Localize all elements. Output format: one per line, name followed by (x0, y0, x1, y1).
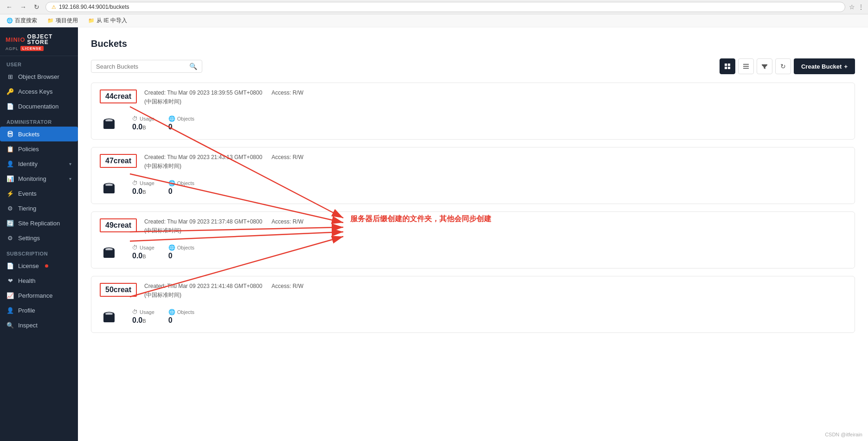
svg-rect-4 (743, 64, 749, 65)
svg-rect-3 (728, 67, 730, 69)
sidebar-item-buckets[interactable]: Buckets (0, 127, 78, 141)
admin-section-label: Administrator (0, 114, 78, 127)
stat-objects-label: 🌐 Objects (168, 180, 194, 186)
sidebar-item-object-browser[interactable]: ⊞ Object Browser (0, 69, 78, 84)
create-bucket-button[interactable]: Create Bucket + (794, 58, 855, 74)
settings-icon: ⚙ (6, 234, 14, 242)
sidebar-item-tiering[interactable]: ⚙ Tiering (0, 201, 78, 216)
refresh-button[interactable]: ↻ (32, 2, 42, 12)
identity-icon: 👤 (6, 160, 14, 167)
toolbar: 🔍 ↻ Create Buck (91, 58, 855, 74)
menu-icon[interactable]: ⋮ (858, 3, 864, 11)
sidebar-item-inspect[interactable]: 🔍 Inspect (0, 318, 78, 332)
sidebar-item-performance[interactable]: 📈 Performance (0, 288, 78, 303)
url-text: 192.168.90.44:9001/buckets (59, 4, 129, 10)
toolbar-right: ↻ Create Bucket + (720, 58, 855, 74)
sidebar-logo: MINIO OBJECT STORE AGPL LICENSE (0, 27, 78, 56)
bookmark-project[interactable]: 📁 项目使用 (45, 16, 81, 26)
bucket-card-50creat[interactable]: 50creat Created: Thu Mar 09 2023 21:41:4… (91, 276, 855, 333)
policies-icon: 📋 (6, 145, 14, 153)
health-icon: ❤ (6, 277, 14, 284)
bucket-access-44creat: Access: R/W (271, 89, 303, 96)
bucket-card-47creat[interactable]: 47creat Created: Thu Mar 09 2023 21:43:1… (91, 147, 855, 204)
stat-usage: ⏱ Usage 0.0B (132, 115, 154, 131)
star-icon[interactable]: ☆ (849, 3, 855, 11)
grid-view-button[interactable] (720, 58, 735, 74)
bucket-card-44creat[interactable]: 44creat Created: Thu Mar 09 2023 18:39:5… (91, 83, 855, 140)
stat-usage-label: ⏱ Usage (132, 180, 154, 186)
identity-arrow-icon: ▾ (69, 161, 71, 166)
stat-usage: ⏱ Usage 0.0B (132, 244, 154, 260)
stat-objects-value: 0 (168, 123, 173, 131)
bucket-timezone-49creat: (中国标准时间) (144, 227, 181, 234)
sidebar-item-profile[interactable]: 👤 Profile (0, 303, 78, 318)
stat-usage-label: ⏱ Usage (132, 115, 154, 122)
ie-label: 从 IE 中导入 (96, 17, 127, 25)
sidebar-item-health[interactable]: ❤ Health (0, 273, 78, 288)
bookmark-ie[interactable]: 📁 从 IE 中导入 (85, 16, 130, 26)
sidebar-label-settings: Settings (18, 235, 40, 242)
bucket-access-47creat: Access: R/W (271, 154, 303, 160)
monitoring-icon: 📊 (6, 175, 14, 182)
sidebar-item-events[interactable]: ⚡ Events (0, 186, 78, 201)
create-bucket-label: Create Bucket (801, 63, 842, 70)
bucket-access-50creat: Access: R/W (271, 283, 303, 289)
refresh-buckets-button[interactable]: ↻ (775, 58, 791, 74)
sidebar-item-monitoring[interactable]: 📊 Monitoring ▾ (0, 171, 78, 186)
bucket-header: 44creat Created: Thu Mar 09 2023 18:39:5… (100, 89, 846, 106)
bucket-bucket-icon (100, 243, 118, 262)
ie-icon: 📁 (88, 18, 95, 24)
bucket-timezone-44creat: (中国标准时间) (144, 98, 181, 105)
back-button[interactable]: ← (4, 2, 15, 12)
bucket-name-44creat: 44creat (100, 89, 137, 103)
license-icon: 📄 (6, 262, 14, 269)
bucket-name-47creat: 47creat (100, 154, 137, 168)
tiering-icon: ⚙ (6, 205, 14, 212)
browser-nav[interactable]: ← → ↻ (4, 2, 42, 12)
filter-button[interactable] (757, 58, 772, 74)
bucket-stats-47creat: ⏱ Usage 0.0B 🌐 Objects 0 (100, 175, 846, 197)
sidebar: MINIO OBJECT STORE AGPL LICENSE User ⊞ O… (0, 27, 78, 441)
bucket-timezone-47creat: (中国标准时间) (144, 163, 181, 169)
performance-icon: 📈 (6, 292, 14, 299)
bucket-meta-49creat: Created: Thu Mar 09 2023 21:37:48 GMT+08… (144, 218, 303, 235)
sidebar-item-site-replication[interactable]: 🔄 Site Replication (0, 216, 78, 230)
sidebar-item-settings[interactable]: ⚙ Settings (0, 230, 78, 245)
bucket-created-44creat: Created: Thu Mar 09 2023 18:39:55 GMT+08… (144, 89, 262, 96)
bucket-meta-47creat: Created: Thu Mar 09 2023 21:43:13 GMT+08… (144, 154, 303, 170)
forward-button[interactable]: → (18, 2, 29, 12)
bookmarks-bar: 🌐 百度搜索 📁 项目使用 📁 从 IE 中导入 (0, 14, 868, 27)
svg-rect-12 (106, 249, 113, 250)
bucket-bucket-icon (100, 179, 118, 197)
list-view-button[interactable] (738, 58, 754, 74)
sidebar-label-profile: Profile (18, 307, 35, 314)
stat-usage: ⏱ Usage 0.0B (132, 180, 154, 196)
sidebar-label-performance: Performance (18, 292, 52, 299)
sidebar-item-access-keys[interactable]: 🔑 Access Keys (0, 84, 78, 99)
bookmark-baidu[interactable]: 🌐 百度搜索 (4, 16, 40, 26)
page-title: Buckets (91, 38, 855, 49)
svg-rect-6 (743, 68, 749, 69)
object-browser-icon: ⊞ (6, 73, 14, 80)
stat-usage-value: 0.0B (132, 252, 146, 260)
bucket-created-50creat: Created: Thu Mar 09 2023 21:41:48 GMT+08… (144, 283, 262, 289)
svg-rect-14 (106, 313, 113, 315)
stat-objects-value: 0 (168, 252, 173, 260)
sidebar-label-policies: Policies (18, 146, 39, 153)
sidebar-label-events: Events (18, 190, 37, 197)
buckets-list: 44creat Created: Thu Mar 09 2023 18:39:5… (91, 83, 855, 333)
search-box[interactable]: 🔍 (91, 60, 202, 73)
address-bar[interactable]: ⚠ 192.168.90.44:9001/buckets (45, 2, 845, 12)
sidebar-item-identity[interactable]: 👤 Identity ▾ (0, 156, 78, 171)
logo-license: LICENSE (20, 46, 44, 51)
sidebar-item-license[interactable]: 📄 License (0, 258, 78, 273)
sidebar-item-documentation[interactable]: 📄 Documentation (0, 99, 78, 114)
logo-minio: MINIO (6, 36, 26, 43)
bucket-card-49creat[interactable]: 49creat Created: Thu Mar 09 2023 21:37:4… (91, 211, 855, 268)
sidebar-item-policies[interactable]: 📋 Policies (0, 141, 78, 156)
bucket-created-47creat: Created: Thu Mar 09 2023 21:43:13 GMT+08… (144, 154, 262, 160)
search-input[interactable] (96, 63, 186, 70)
sidebar-label-monitoring: Monitoring (18, 175, 46, 182)
stat-objects-label: 🌐 Objects (168, 115, 194, 122)
bucket-stats-44creat: ⏱ Usage 0.0B 🌐 Objects 0 (100, 110, 846, 133)
